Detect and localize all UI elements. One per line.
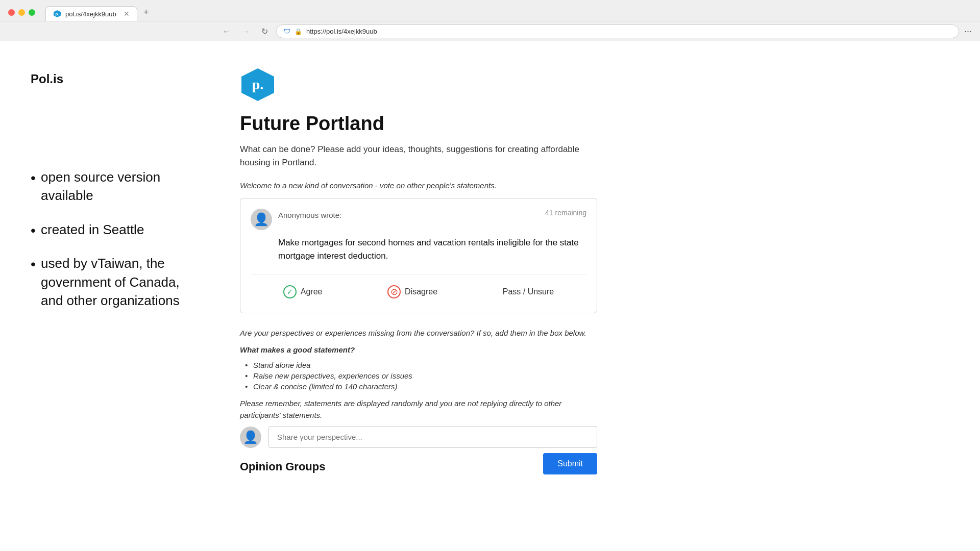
security-shield-icon: 🛡 xyxy=(284,28,290,35)
reminder-text: Please remember, statements are displaye… xyxy=(240,398,597,421)
list-item: used by vTaiwan, the government of Canad… xyxy=(31,254,199,310)
address-bar[interactable]: 🛡 🔒 https://pol.is/4xejkk9uub xyxy=(276,24,959,38)
pass-button[interactable]: Pass / Unsure xyxy=(493,283,564,300)
more-options-button[interactable]: ··· xyxy=(964,26,972,37)
lock-icon: 🔒 xyxy=(295,28,302,35)
user-avatar: 👤 xyxy=(240,427,261,448)
list-item: created in Seattle xyxy=(31,220,199,239)
welcome-text: Welcome to a new kind of conversation - … xyxy=(240,181,597,190)
tab-close-button[interactable]: ✕ xyxy=(124,10,130,18)
close-dot[interactable] xyxy=(8,9,15,16)
statement-text: Make mortgages for second homes and vaca… xyxy=(278,236,586,262)
main-content: p. Future Portland What can be done? Ple… xyxy=(219,57,628,531)
add-perspective-section: Are your perspectives or experiences mis… xyxy=(240,328,597,448)
statement-author: Anonymous wrote: xyxy=(278,211,341,219)
svg-text:p.: p. xyxy=(55,12,59,16)
good-statement-label: What makes a good statement? xyxy=(240,344,597,356)
maximize-dot[interactable] xyxy=(29,9,35,16)
back-button[interactable]: ← xyxy=(219,26,234,37)
input-row: 👤 xyxy=(240,426,597,448)
disagree-icon: ⊘ xyxy=(387,285,401,298)
avatar: 👤 xyxy=(251,209,272,230)
sidebar: Pol.is open source version available cre… xyxy=(0,57,219,531)
browser-chrome: p. pol.is/4xejkk9uub ✕ + ← → ↻ 🛡 🔒 https… xyxy=(0,0,980,41)
submit-button[interactable]: Submit xyxy=(543,453,597,474)
list-item: open source version available xyxy=(31,168,199,205)
conversation-title: Future Portland xyxy=(240,113,597,135)
page-content: Pol.is open source version available cre… xyxy=(0,41,980,531)
polis-logo: p. xyxy=(240,67,276,103)
sidebar-list: open source version available created in… xyxy=(31,168,199,310)
add-perspective-prompt: Are your perspectives or experiences mis… xyxy=(240,328,597,339)
guideline-item: Raise new perspectives, experiences or i… xyxy=(245,371,597,380)
guideline-item: Stand alone idea xyxy=(245,361,597,369)
window-controls xyxy=(8,9,35,16)
vote-buttons: ✓ Agree ⊘ Disagree Pass / Unsure xyxy=(251,274,586,303)
svg-text:p.: p. xyxy=(252,77,264,92)
guidelines-list: Stand alone idea Raise new perspectives,… xyxy=(240,361,597,391)
forward-button[interactable]: → xyxy=(239,26,253,37)
perspective-input[interactable] xyxy=(268,426,597,448)
active-tab[interactable]: p. pol.is/4xejkk9uub ✕ xyxy=(45,6,137,21)
user-avatar-icon: 👤 xyxy=(243,430,258,444)
sidebar-title: Pol.is xyxy=(31,72,199,86)
guideline-item: Clear & concise (limited to 140 characte… xyxy=(245,382,597,391)
statement-card: 👤 Anonymous wrote: 41 remaining Make mor… xyxy=(240,198,597,313)
agree-button[interactable]: ✓ Agree xyxy=(273,281,333,303)
refresh-button[interactable]: ↻ xyxy=(258,26,271,37)
conversation-description: What can be done? Please add your ideas,… xyxy=(240,143,597,169)
url-text: https://pol.is/4xejkk9uub xyxy=(306,28,377,35)
statement-left: 👤 Anonymous wrote: xyxy=(251,209,341,230)
avatar-icon: 👤 xyxy=(254,212,269,227)
remaining-badge: 41 remaining xyxy=(545,209,586,217)
agree-icon: ✓ xyxy=(283,285,297,298)
tab-favicon: p. xyxy=(53,10,61,18)
minimize-dot[interactable] xyxy=(18,9,25,16)
new-tab-button[interactable]: + xyxy=(138,4,154,21)
statement-header: 👤 Anonymous wrote: 41 remaining xyxy=(251,209,586,230)
tab-title: pol.is/4xejkk9uub xyxy=(65,10,116,18)
address-bar-row: ← → ↻ 🛡 🔒 https://pol.is/4xejkk9uub ··· xyxy=(0,21,980,41)
disagree-button[interactable]: ⊘ Disagree xyxy=(377,281,448,303)
tab-bar: p. pol.is/4xejkk9uub ✕ + xyxy=(45,4,154,21)
